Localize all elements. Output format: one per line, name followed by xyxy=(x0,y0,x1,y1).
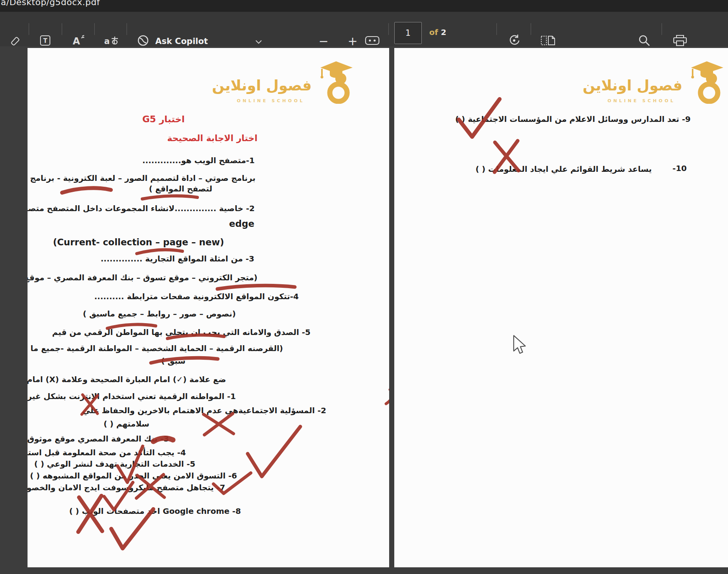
quiz-title: اختبار G5 xyxy=(142,114,185,124)
page-view-button[interactable] xyxy=(540,35,556,48)
toolbar-divider xyxy=(531,23,531,35)
toolbar-divider xyxy=(127,23,127,35)
print-icon xyxy=(672,34,688,48)
quiz-subtitle: اختار الاجابة الصحيحة xyxy=(167,133,257,143)
question-line: 2- خاصية ..............لانشاء المجموعات … xyxy=(28,204,255,213)
search-icon xyxy=(638,34,651,48)
tf-line: 5- الخدمات التجارية تهدف لنشر الوعي ( ) xyxy=(34,459,195,469)
translate-button[interactable]: a xyxy=(103,35,119,48)
toolbar-divider xyxy=(94,23,95,35)
logo-name: فصول اونلاين xyxy=(583,77,682,94)
option-line: (نصوص – صور – روابط – جميع ماسبق ) xyxy=(83,309,236,318)
svg-text:a: a xyxy=(104,37,110,46)
tf-line: 6- التسوق الامن يعني الحذر من المواقع ال… xyxy=(30,471,237,480)
tf-line: 9- تعد المدارس ووسائل الاعلام من المؤسسا… xyxy=(455,114,691,124)
ask-copilot-label: Ask Copilot xyxy=(155,37,208,46)
tf-line: 4- يجب التأكد من صحة المعلومة قبل استخدم… xyxy=(28,448,186,457)
read-aloud-button[interactable]: A xyxy=(72,35,86,48)
zoom-out-button[interactable]: − xyxy=(317,34,330,48)
option-line: سبق ) xyxy=(161,356,186,366)
add-text-icon: T xyxy=(39,35,51,48)
ask-copilot-button[interactable]: Ask Copilot xyxy=(155,35,208,48)
toolbar-divider xyxy=(388,23,389,35)
graduation-cap-icon xyxy=(686,58,726,105)
mouse-cursor xyxy=(512,335,526,354)
fit-to-width-icon xyxy=(364,35,380,48)
zoom-in-icon: + xyxy=(347,34,357,48)
option-line: (القرصنه الرقمية – الحماية الشخصية – الم… xyxy=(31,344,283,353)
pdf-canvas: فصول اونلاين ONLINE SCHOOL اختبار G5 اخت… xyxy=(0,46,728,574)
question-line: 1-متصفح الويب هو............. xyxy=(142,156,255,165)
option-line: (Current- collection – page – new) xyxy=(53,237,224,247)
grading-marks-page2 xyxy=(394,48,728,567)
svg-text:A: A xyxy=(73,36,80,47)
tf-line: يساعد شريط القوائم علي ايجاد المعلومات (… xyxy=(476,164,652,174)
question-line: 4-تتكون المواقع الالكترونية صفحات مترابط… xyxy=(94,292,299,301)
fit-to-width-button[interactable] xyxy=(364,35,381,48)
question-line: 3- من امثلة المواقع التجارية ...........… xyxy=(101,254,254,263)
rotate-icon xyxy=(508,34,521,49)
underline-mark xyxy=(62,188,111,193)
graduation-cap-icon xyxy=(316,58,356,105)
logo-subtitle: ONLINE SCHOOL xyxy=(237,98,305,103)
option-line: edge xyxy=(229,219,254,229)
logo-subtitle: ONLINE SCHOOL xyxy=(607,98,675,103)
eraser-icon xyxy=(9,35,20,48)
section-header: ضع علامة (✓) امام العبارة الصحيحة وعلامة… xyxy=(28,375,226,384)
window-titlebar: a/Desktop/g5docx.pdf xyxy=(0,0,728,12)
toolbar-divider xyxy=(29,23,29,35)
page-view-icon xyxy=(540,35,556,48)
page-number-input[interactable]: 1 xyxy=(394,22,422,44)
pdf-toolbar: T A a Ask Copilot − + 1 of2 xyxy=(0,12,728,46)
tf-line: 2- المسؤلية الاجتماعيةهي عدم الاهتمام با… xyxy=(83,406,326,415)
copilot-button[interactable] xyxy=(136,35,150,48)
x-mark xyxy=(204,414,233,435)
school-logo: فصول اونلاين ONLINE SCHOOL xyxy=(206,58,356,105)
chevron-down-icon[interactable] xyxy=(254,38,263,46)
zoom-in-button[interactable]: + xyxy=(346,34,359,48)
rotate-button[interactable] xyxy=(507,35,522,48)
page-count: of2 xyxy=(429,28,446,37)
school-logo: فصول اونلاين ONLINE SCHOOL xyxy=(577,58,726,105)
underline-mark xyxy=(217,285,295,289)
option-line: (متجر الكتروني – موقع تسوق – بنك المعرفة… xyxy=(28,273,257,282)
option-line: لتصفح المواقع ) xyxy=(149,184,212,193)
underline-mark xyxy=(142,196,197,199)
search-button[interactable] xyxy=(637,35,652,48)
file-path: a/Desktop/g5docx.pdf xyxy=(1,0,100,7)
read-aloud-icon: A xyxy=(72,34,85,48)
pdf-page-1: فصول اونلاين ONLINE SCHOOL اختبار G5 اخت… xyxy=(28,48,389,567)
tf-line: 8- Google chrome احد متصفحات الويب ( ) xyxy=(69,506,241,516)
logo-name: فصول اونلاين xyxy=(212,77,312,94)
option-line: برنامج صوتي – اداة لتصميم الصور – لعبة ا… xyxy=(30,173,256,183)
underline-mark xyxy=(137,250,182,254)
print-button[interactable] xyxy=(671,35,689,48)
add-text-button[interactable]: T xyxy=(39,35,52,48)
tf-number: -10 xyxy=(673,164,687,173)
eraser-button[interactable] xyxy=(9,35,21,48)
copilot-icon xyxy=(137,34,149,48)
toolbar-divider xyxy=(662,23,662,35)
toolbar-divider xyxy=(62,23,62,35)
question-line: 5- الصدق والامانه التي يجب ان يتحلي بها … xyxy=(52,327,311,337)
tf-line: سلامتهم ( ) xyxy=(104,419,150,429)
pdf-page-2: فصول اونلاين ONLINE SCHOOL 9- تعد المدار… xyxy=(394,48,728,567)
zoom-out-icon: − xyxy=(318,34,328,48)
check-mark xyxy=(248,427,300,476)
tf-line: 1- المواطنه الرقمية تعني استخدام الانترن… xyxy=(28,392,236,401)
tf-line: 7- يتجاهل متصفح مايكروسوفت ايدج الامان و… xyxy=(28,483,225,492)
translate-icon: a xyxy=(104,34,119,48)
squiggle-mark xyxy=(386,390,389,404)
tf-line: 3- بنك المعرفة المصري موقع موثوق( ) xyxy=(28,434,169,443)
toolbar-divider xyxy=(496,23,497,35)
page-number-value: 1 xyxy=(405,28,410,38)
svg-text:T: T xyxy=(43,37,48,44)
